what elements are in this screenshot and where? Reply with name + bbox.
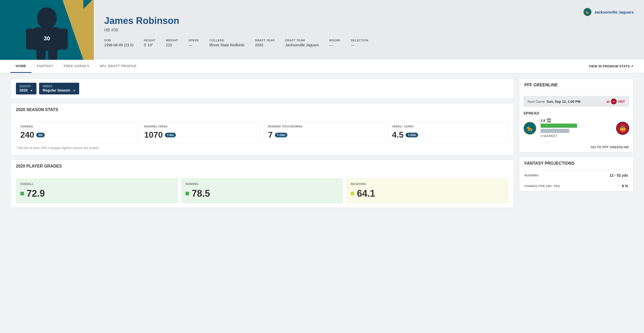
player-image-area: 30 xyxy=(0,0,94,60)
yards-per-carry-stat-box: YARDS / CARRY 4.5 T-25th xyxy=(388,122,509,143)
weight-stat: WEIGHT 220 xyxy=(166,39,178,47)
carries-label: CARRIES xyxy=(20,125,132,128)
jaguars-logo-icon: 🐆 xyxy=(583,8,592,16)
round-value: — xyxy=(329,43,340,47)
stats-note: * HB with at least 20% of league-highest… xyxy=(16,143,508,151)
jaguars-team-logo-icon: 🐆 xyxy=(523,122,536,135)
pff-greenline-card: PFF GREENLINE Next Game: Sun, Sep 12, 1:… xyxy=(519,78,634,152)
texans-logo-icon: H xyxy=(611,99,617,104)
spread-title: SPREAD xyxy=(523,111,629,115)
player-position-number: HB #30 xyxy=(104,28,634,33)
speed-value: — xyxy=(189,43,199,47)
fantasy-header: FANTASY PROJECTIONS xyxy=(519,157,633,170)
tab-home[interactable]: HOME xyxy=(10,60,32,73)
spread-bars: 2.8 PFF 3 MARKET xyxy=(541,118,612,138)
fantasy-chance-row: CHANCE FOR 100+ YDS 9 % xyxy=(519,181,633,191)
opponent-abbr: HST xyxy=(618,100,625,104)
dob-label: DOB xyxy=(104,39,133,42)
fantasy-rushing-row: RUSHING 12 - 52 yds xyxy=(519,170,633,181)
svg-rect-7 xyxy=(48,49,57,60)
season-stats-body: CARRIES 240 6th RUSHING YARDS 1070 T-5th xyxy=(11,117,513,155)
round-label: ROUND xyxy=(329,39,340,42)
tab-nfl-draft[interactable]: NFL DRAFT PROFILE xyxy=(95,60,142,73)
go-to-greenline-link[interactable]: GO TO PFF GREENLINE xyxy=(519,142,633,152)
season-dropdown-value: 2020 ▼ xyxy=(20,88,33,92)
tab-free-agency[interactable]: FREE AGENCY xyxy=(58,60,95,73)
svg-text:H: H xyxy=(613,101,615,103)
season-stats-title: 2020 SEASON STATS xyxy=(16,107,508,112)
svg-rect-6 xyxy=(36,49,46,60)
rushing-grade-box: RUSHING 78.5 xyxy=(181,178,343,203)
greenline-header: PFF GREENLINE xyxy=(519,79,633,92)
weeks-dropdown-value: Regular Season ▼ xyxy=(43,88,76,92)
carries-value: 240 6th xyxy=(20,130,132,140)
selection-stat: SELECTION — xyxy=(351,39,368,47)
fantasy-chance-value: 9 % xyxy=(622,184,628,188)
market-spread-bar xyxy=(541,129,569,133)
player-grades-card: 2020 PLAYER GRADES OVERALL 72.9 RUSHING xyxy=(10,159,514,208)
season-dropdown[interactable]: SEASON 2020 ▼ xyxy=(16,83,36,94)
overall-grade-box: OVERALL 72.9 xyxy=(16,178,178,203)
next-game-text: Next Game: Sun, Sep 12, 1:00 PM xyxy=(528,100,580,104)
svg-text:🤠: 🤠 xyxy=(619,125,627,132)
player-header: 30 🐆 Jacksonville Jaguars James Robinson… xyxy=(0,0,644,60)
premium-stats-link[interactable]: VIEW IN PREMIUM STATS ↗ xyxy=(589,65,634,68)
speed-stat: SPEED — xyxy=(189,39,199,47)
rushing-td-stat-box: RUSHING TOUCHDOWNS 7 T-15th xyxy=(264,122,385,143)
filter-bar: SEASON 2020 ▼ WEEKS Regular Season ▼ xyxy=(10,78,514,99)
player-grades-body: OVERALL 72.9 RUSHING 78.5 xyxy=(11,173,513,208)
college-value: Illinois State Redbirds xyxy=(209,43,244,47)
carries-rank: 6th xyxy=(36,133,45,137)
texans-team-logo-icon: 🤠 xyxy=(616,122,629,135)
spread-visual: 🐆 2.8 PFF 3 MARKET xyxy=(523,118,629,138)
draft-team-stat: DRAFT TEAM Jacksonville Jaguars xyxy=(285,39,319,47)
season-stats-card: 2020 SEASON STATS CARRIES 240 6th RUSHIN… xyxy=(10,103,514,155)
overall-grade-dot xyxy=(20,192,24,195)
draft-team-value: Jacksonville Jaguars xyxy=(285,43,319,47)
greenline-title: PFF GREENLINE xyxy=(524,83,628,87)
svg-rect-4 xyxy=(26,29,35,49)
svg-rect-5 xyxy=(59,29,68,49)
rushing-yards-label: RUSHING YARDS xyxy=(144,125,256,128)
carries-stat-box: CARRIES 240 6th xyxy=(16,122,137,143)
receiving-grade-label: RECEIVING xyxy=(351,183,504,185)
yards-per-carry-label: YARDS / CARRY xyxy=(392,125,504,128)
round-stat: ROUND — xyxy=(329,39,340,47)
spread-section: SPREAD 🐆 2.8 PFF xyxy=(519,111,633,142)
weeks-dropdown[interactable]: WEEKS Regular Season ▼ xyxy=(39,83,79,94)
yards-per-carry-rank: T-25th xyxy=(406,133,418,137)
svg-text:🐆: 🐆 xyxy=(527,125,534,132)
season-dropdown-label: SEASON xyxy=(20,85,30,88)
receiving-grade-value: 64.1 xyxy=(351,188,504,199)
overall-grade-value: 72.9 xyxy=(20,188,174,199)
right-column: PFF GREENLINE Next Game: Sun, Sep 12, 1:… xyxy=(519,78,634,208)
svg-text:PFF: PFF xyxy=(547,119,551,122)
dob-stat: DOB 1998-08-09 (23.0) xyxy=(104,39,133,47)
team-name[interactable]: Jacksonville Jaguars xyxy=(594,10,634,14)
fantasy-chance-label: CHANCE FOR 100+ YDS xyxy=(524,184,560,188)
college-stat: COLLEGE Illinois State Redbirds xyxy=(209,39,244,47)
rushing-td-label: RUSHING TOUCHDOWNS xyxy=(268,125,380,128)
pff-badge-icon: PFF xyxy=(547,118,551,123)
draft-year-label: DRAFT YEAR xyxy=(255,39,275,42)
tab-fantasy[interactable]: FANTASY xyxy=(32,60,58,73)
college-label: COLLEGE xyxy=(209,39,244,42)
weight-label: WEIGHT xyxy=(166,39,178,42)
season-stats-header: 2020 SEASON STATS xyxy=(11,103,513,117)
height-stat: HEIGHT 5' 10" xyxy=(144,39,156,47)
navigation-bar: HOME FANTASY FREE AGENCY NFL DRAFT PROFI… xyxy=(0,60,644,73)
player-bio-stats: DOB 1998-08-09 (23.0) HEIGHT 5' 10" WEIG… xyxy=(104,39,634,47)
rushing-grade-dot xyxy=(185,192,189,195)
next-game-date: Sun, Sep 12, 1:00 PM xyxy=(547,100,580,104)
opponent-badge: at H HST xyxy=(606,99,625,104)
next-game-bar: Next Game: Sun, Sep 12, 1:00 PM at H HST xyxy=(523,96,629,107)
rushing-yards-value: 1070 T-5th xyxy=(144,130,256,140)
rushing-yards-stat-box: RUSHING YARDS 1070 T-5th xyxy=(140,122,261,143)
opponent-prefix: at xyxy=(606,100,609,104)
nav-tabs: HOME FANTASY FREE AGENCY NFL DRAFT PROFI… xyxy=(10,60,142,73)
receiving-grade-box: RECEIVING 64.1 xyxy=(346,178,508,203)
rushing-td-value: 7 T-15th xyxy=(268,130,380,140)
left-column: SEASON 2020 ▼ WEEKS Regular Season ▼ 202… xyxy=(10,78,514,208)
selection-value: — xyxy=(351,43,368,47)
rushing-yards-rank: T-5th xyxy=(165,133,176,137)
